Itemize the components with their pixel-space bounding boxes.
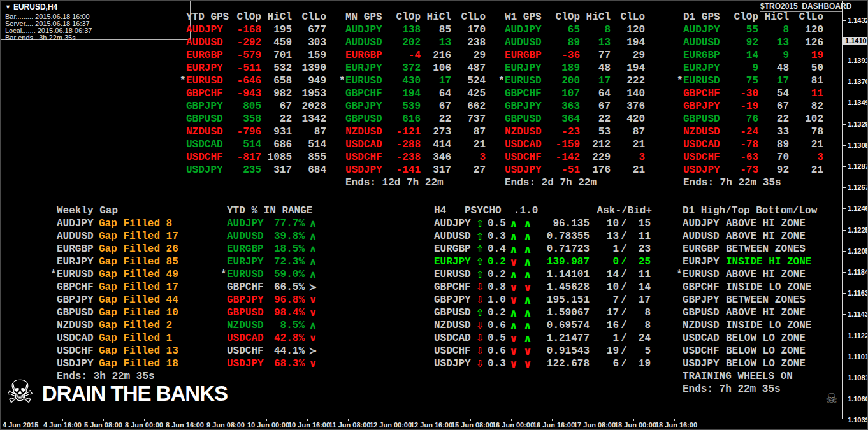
table-title: YTD % IN RANGE <box>227 204 264 217</box>
cllo-cell: 194 <box>611 62 645 75</box>
psycho-value-cell: 0.5 <box>488 332 507 345</box>
pair-cell: GBPJPY <box>345 100 382 113</box>
table-row: GBPUSDGap Filled 10 <box>50 306 178 319</box>
psycho-value-cell: 0.5 <box>488 217 507 230</box>
star-cell <box>676 370 683 383</box>
clop-cell: -51 <box>542 164 580 176</box>
table-row: EURJPY-5115321390 <box>180 62 326 75</box>
momentum-arrow-icon: ∧ <box>521 217 535 230</box>
pair-cell: USDCAD <box>434 332 471 345</box>
time-scale-label: 8 Jun 00:00 <box>125 421 163 429</box>
pair-cell: AUDUSD <box>683 230 720 243</box>
bid-cell: 24 <box>629 332 651 345</box>
cllo-cell: 737 <box>451 113 486 125</box>
slash-separator: / <box>619 319 629 332</box>
star-cell <box>676 357 683 370</box>
pair-cell: EURUSD <box>227 268 264 281</box>
slash-separator: / <box>619 217 629 230</box>
momentum-arrow-icon: ∧ <box>507 319 521 332</box>
trend-arrow-icon: ∨ <box>307 332 319 345</box>
dashboard-title: $TRO2015_DASHBOARD <box>760 2 851 11</box>
clop-cell: -288 <box>382 138 421 151</box>
table-row: NZDUSDGap Filled 2 <box>50 319 178 332</box>
gap-status-cell: Gap Filled 10 <box>99 306 178 319</box>
pair-cell: GBPCHF <box>683 87 720 100</box>
time-tick <box>103 419 104 421</box>
hicl-cell: 92 <box>758 164 789 176</box>
cllo-cell: 170 <box>451 24 486 36</box>
momentum-arrow-icon: ∧ <box>507 230 521 243</box>
pair-cell: USDCHF <box>186 151 223 164</box>
cllo-cell: 194 <box>611 36 645 49</box>
price-cell: 122.678 <box>535 357 590 370</box>
star-cell <box>677 87 683 100</box>
direction-arrow-icon: ⇩ <box>476 319 488 332</box>
table-row: *EURUSDGap Filled 49 <box>50 268 178 281</box>
col-header: ClOp <box>382 11 421 24</box>
star-cell <box>498 87 505 100</box>
price-scale-label: 1.12255 <box>848 226 868 234</box>
ask-cell: 13 <box>590 230 619 243</box>
time-tick <box>348 419 349 421</box>
table-row: GBPCHF-9439821953 <box>180 87 326 100</box>
hicl-cell: 22 <box>758 113 789 125</box>
clop-cell: 194 <box>382 87 421 100</box>
pair-cell: USDJPY <box>227 357 264 370</box>
gap-status-cell: Gap Filled 8 <box>99 217 172 230</box>
price-scale-label: 1.12460 <box>848 204 868 212</box>
time-scale-label: 9 Jun 08:00 <box>206 421 245 429</box>
clop-cell: -142 <box>542 151 580 164</box>
hicl-cell: 22 <box>421 113 451 125</box>
trend-arrow-icon: ∧ <box>307 243 319 255</box>
table-row: EURGBPBETWEEN ZONES <box>676 243 817 255</box>
clop-cell: -30 <box>720 87 758 100</box>
pair-cell: USDCHF <box>683 151 720 164</box>
bid-cell: 11 <box>629 268 651 281</box>
table-row: AUDJPY77.7%∧ <box>221 217 319 230</box>
table-row: EURUSD⇧0.2∧∧1.1410114/11 <box>434 268 655 281</box>
pair-cell: USDCHF <box>505 151 542 164</box>
star-cell <box>180 24 186 36</box>
table-row: EURJPYINSIDE HI ZONE <box>676 255 817 268</box>
pair-cell: EURGBP <box>186 49 223 62</box>
star-cell <box>677 36 683 49</box>
psycho-value-cell: 0.8 <box>488 281 507 294</box>
star-cell <box>180 113 186 125</box>
price-cell: 1.45628 <box>535 281 590 294</box>
ytd-gps-table: YTD GPSClOpHiClClLoAUDJPY-168195677AUDUS… <box>180 11 326 176</box>
table-row: USDJPY⇩0.3∨∨122.6786/19 <box>434 357 655 370</box>
price-cell: 1.21477 <box>535 332 590 345</box>
pair-cell: USDJPY <box>345 164 382 176</box>
cllo-cell: 21 <box>611 164 645 176</box>
pair-cell: EURJPY <box>345 62 382 75</box>
training-wheels-row: TRAINING WHEELS ON <box>676 370 817 383</box>
star-cell <box>676 230 683 243</box>
table-row: GBPUSD358221342 <box>180 113 326 125</box>
pair-cell: AUDJPY <box>683 24 720 36</box>
percent-cell: 98.4% <box>264 306 305 319</box>
direction-arrow-icon: ⇩ <box>476 332 488 345</box>
table-row: USDCHF-1422293 <box>498 151 645 164</box>
d1-zones-table: D1 High/Top Bottom/LowAUDJPYABOVE HI ZON… <box>676 204 817 396</box>
star-cell <box>676 217 683 230</box>
pair-cell: AUDJPY <box>186 24 223 36</box>
time-tick <box>430 419 430 421</box>
table-row: USDCHF⇩0.6∨∨0.9154319/5 <box>434 345 655 357</box>
psycho-value-cell: 0.2 <box>488 268 507 281</box>
pair-cell: USDCAD <box>57 332 94 345</box>
pair-cell: USDCAD <box>683 138 720 151</box>
hicl-cell: 459 <box>261 36 292 49</box>
star-cell <box>180 62 186 75</box>
pair-cell: GBPUSD <box>186 113 223 125</box>
ends-row: Ends: 7h 22m 35s <box>676 383 817 396</box>
clop-cell: 89 <box>542 36 580 49</box>
collapse-triangle-icon[interactable]: ▼ <box>5 4 11 10</box>
hicl-cell: 195 <box>261 24 292 36</box>
star-cell <box>339 24 345 36</box>
zone-status-cell: ABOVE HI ZONE <box>726 230 806 243</box>
clop-cell: 9 <box>720 62 758 75</box>
cllo-cell: 949 <box>292 75 326 87</box>
ask-cell: 16 <box>590 319 619 332</box>
star-cell <box>339 49 345 62</box>
zone-status-cell: BETWEEN ZONES <box>726 294 806 306</box>
